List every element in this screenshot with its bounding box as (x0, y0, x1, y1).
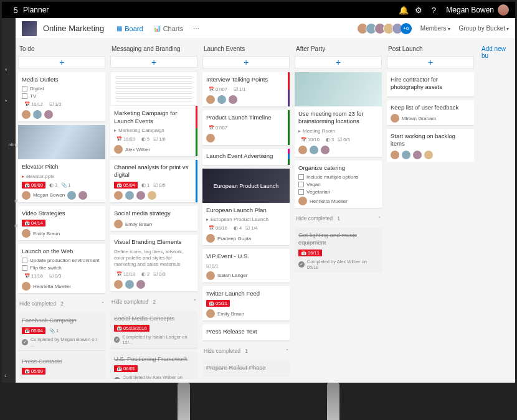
checklist-item[interactable]: Include multiple options (298, 174, 378, 180)
task-card[interactable]: VIP Event - U.S.☑ 0/1Isaiah Langer (202, 249, 290, 282)
task-card[interactable]: Start working on backlog items (387, 129, 474, 162)
checklist-item[interactable]: Update production environment (22, 258, 102, 263)
task-card[interactable]: Launch Event Advertising (202, 149, 290, 165)
user-menu[interactable]: Megan Bowen (446, 4, 509, 16)
card-title: Video Strategies (22, 210, 102, 217)
hide-completed-toggle[interactable]: Hide completed 1˄ (295, 212, 382, 224)
add-bucket-button[interactable]: Add new bu (479, 43, 513, 379)
assignee-row: Henrietta Mueller (22, 282, 102, 291)
chevron-down-icon: ▾ (506, 26, 509, 32)
task-card[interactable]: Product Launch Timeline📅 07/07 (202, 110, 290, 144)
task-card[interactable]: Prepare Rollout Phase (202, 360, 290, 376)
bucket-header[interactable]: To do (18, 43, 105, 56)
task-card[interactable]: Press Contacts📅 05/09 (18, 354, 105, 379)
completed-by-label: ✓Completed by Isaiah Langer on 12/... (114, 334, 194, 345)
task-card[interactable]: Visual Branding ElementsDefine icons, ta… (110, 235, 197, 291)
chart-icon: 📊 (153, 25, 161, 32)
task-card[interactable]: Channel analysis for print vs digital📅 0… (110, 160, 197, 202)
assignee-row (114, 191, 194, 200)
bucket-header[interactable]: Messaging and Branding (110, 43, 197, 56)
groupby-dropdown[interactable]: Group by Bucket▾ (459, 25, 509, 32)
avatar (391, 151, 399, 159)
task-card[interactable]: Organize cateringInclude multiple option… (295, 161, 382, 208)
assignee-row: Megan Bowen (22, 191, 102, 200)
bucket-header[interactable]: Post Launch (387, 43, 474, 56)
hide-completed-toggle[interactable]: Hide completed 2˄ (18, 297, 105, 309)
avatar (125, 191, 134, 200)
member-facepile[interactable]: +6 (359, 23, 412, 34)
plan-title: Online Marketing (43, 24, 104, 33)
nav-peek[interactable]: nt (2, 223, 19, 233)
card-title: Elevator Pitch (22, 163, 102, 170)
members-dropdown[interactable]: Members▾ (420, 25, 450, 32)
assignee-row (206, 134, 286, 142)
add-task-button[interactable]: + (295, 56, 382, 68)
task-card[interactable]: Elevator Pitch▸elevator.pptx📅 08/09◐ 3📎 … (18, 125, 105, 202)
task-card[interactable]: Get lighting and music equipment📅 06/11✓… (295, 228, 382, 273)
task-card[interactable]: Video Strategies📅 04/14Emily Braun (18, 206, 105, 240)
chevron-up-icon[interactable]: ˄ (4, 68, 7, 75)
avatar (206, 95, 215, 104)
tab-board[interactable]: ▦Board (116, 25, 143, 32)
facepile-overflow[interactable]: +6 (401, 23, 412, 34)
waffle-icon[interactable]: 5 (8, 6, 23, 15)
task-card[interactable]: European Product LaunchEuropean Launch P… (202, 169, 290, 245)
checklist-item[interactable]: Digital (22, 86, 102, 91)
nav-peek[interactable]: nt (2, 198, 19, 208)
gear-icon[interactable]: ⚙ (411, 6, 426, 15)
avatar (114, 280, 123, 289)
card-image: European Product Launch (202, 169, 290, 203)
task-card[interactable]: Social Media Concepts📅 05/29/2016✓Comple… (110, 311, 197, 348)
assignee-row (298, 146, 378, 154)
hide-completed-toggle[interactable]: Hide completed 2˄ (110, 295, 197, 307)
task-card[interactable]: Twitter Launch Feed📅 05/31Emily Braun (202, 286, 290, 320)
task-card[interactable]: Interview Talking Points📅 07/07☑ 1/1 (202, 72, 290, 106)
card-image (18, 125, 105, 159)
avatar (148, 191, 156, 200)
help-icon[interactable]: ? (426, 6, 441, 15)
assignee-name: Henrietta Mueller (310, 198, 348, 204)
task-card[interactable]: Launch on the WebUpdate production envir… (18, 244, 105, 293)
add-task-button[interactable]: + (387, 56, 474, 68)
bucket-header[interactable]: After Party (295, 43, 382, 56)
task-card[interactable]: Hire contractor for photography assets (387, 72, 474, 96)
checklist-item[interactable]: Vegan (298, 182, 378, 187)
card-title: Media Outlets (22, 76, 102, 83)
add-task-button[interactable]: + (202, 56, 290, 68)
bucket-header[interactable]: Launch Events (202, 43, 290, 56)
task-card[interactable]: Use meeting room 23 for brainstorming lo… (295, 72, 382, 157)
chevron-up-icon[interactable]: ˄ (4, 99, 7, 106)
task-card[interactable]: Media OutletsDigitalTV📅 10/12☑ 1/3 (18, 72, 105, 121)
task-card[interactable]: Marketing Campaign for Launch Events▸Mar… (110, 72, 197, 156)
avatar (114, 191, 123, 200)
task-card[interactable]: U.S. Positioning Framework📅 06/01✓Comple… (110, 352, 197, 379)
nav-peek[interactable]: nting (2, 142, 19, 152)
assignee-name: Megan Bowen (33, 192, 65, 198)
checklist-item[interactable]: Vegetarian (298, 189, 378, 195)
task-card[interactable]: Facebook Campaign📅 05/04📎 1✓Completed by… (18, 313, 105, 350)
card-subtitle: ▸European Product Launch (206, 217, 286, 222)
checklist-item[interactable]: TV (22, 93, 102, 99)
assignee-row: Emily Braun (22, 229, 102, 238)
task-card[interactable]: Keep list of user feedbackMiriam Graham (387, 100, 474, 125)
add-task-button[interactable]: + (18, 56, 105, 68)
avatar (310, 146, 318, 154)
due-date: 📅 07/07 (206, 86, 230, 93)
add-task-button[interactable]: + (110, 56, 197, 68)
tab-charts[interactable]: 📊Charts (153, 25, 183, 32)
task-card[interactable]: Press Release Text (202, 324, 290, 340)
avatar (22, 282, 31, 291)
assignee-row (22, 110, 102, 119)
bell-icon[interactable]: 🔔 (396, 6, 411, 15)
chevron-left-icon[interactable]: ‹ (4, 372, 6, 379)
avatar (22, 191, 31, 200)
checklist-item[interactable]: Flip the switch (22, 265, 102, 271)
assignee-row: Isaiah Langer (206, 271, 286, 280)
assignee-row: Alex Wilber (114, 145, 194, 154)
due-date: 📅 10/09 (114, 136, 138, 142)
hide-completed-toggle[interactable]: Hide completed 1˄ (202, 344, 290, 357)
more-menu[interactable]: ⋯ (193, 25, 199, 32)
card-title: European Launch Plan (206, 207, 286, 214)
progress-meta: ◐ 3 (49, 182, 57, 188)
task-card[interactable]: Social media strategyEmily Braun (110, 206, 197, 231)
